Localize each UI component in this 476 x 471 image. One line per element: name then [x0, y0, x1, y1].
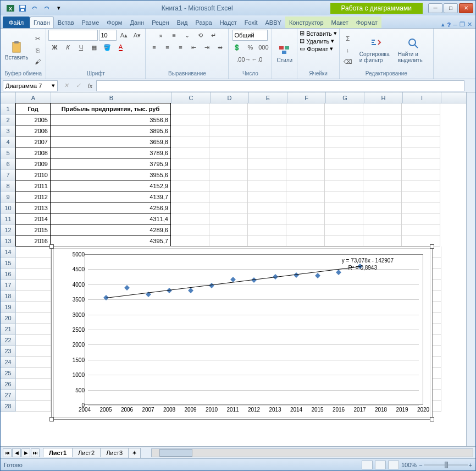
cell[interactable]	[402, 147, 440, 158]
cell[interactable]	[325, 147, 363, 158]
cell[interactable]	[209, 169, 248, 180]
rowhead[interactable]: 3	[1, 125, 16, 136]
cell[interactable]	[248, 236, 286, 247]
view-normal-icon[interactable]	[362, 461, 373, 469]
cell[interactable]	[363, 191, 402, 202]
insert-cells-button[interactable]: ⊞Вставить ▾	[300, 30, 337, 37]
hscroll-thumb[interactable]	[159, 449, 192, 457]
cell[interactable]: 2016	[15, 235, 51, 247]
cell[interactable]: Прибыль предприятия, тыс. руб	[50, 103, 171, 114]
cell[interactable]	[325, 136, 363, 147]
cell[interactable]	[402, 180, 440, 191]
rowhead[interactable]: 12	[1, 224, 16, 236]
select-all-corner[interactable]	[1, 92, 16, 103]
name-box[interactable]: Диаграмма 7▾	[3, 80, 58, 91]
cell[interactable]	[402, 136, 440, 147]
tab-addins[interactable]: Надст	[216, 17, 241, 28]
vertical-scrollbar[interactable]	[466, 92, 475, 446]
cell[interactable]	[16, 335, 51, 346]
horizontal-scrollbar[interactable]	[151, 448, 473, 457]
cell[interactable]	[16, 346, 51, 357]
tab-file[interactable]: Файл	[3, 17, 30, 28]
rowhead[interactable]: 10	[1, 202, 16, 213]
tab-chart-format[interactable]: Формат	[352, 17, 381, 28]
cell[interactable]: 4289,6	[50, 224, 171, 236]
colhead-E[interactable]: E	[249, 92, 287, 103]
cell[interactable]	[171, 158, 209, 169]
rowhead[interactable]: 8	[1, 180, 16, 191]
increase-font-icon[interactable]: A▴	[118, 30, 130, 41]
cell[interactable]	[325, 158, 363, 169]
paste-button[interactable]: Вставить	[3, 39, 30, 62]
cell[interactable]	[248, 147, 286, 158]
cell[interactable]	[402, 114, 440, 125]
cell[interactable]	[16, 390, 51, 401]
align-top-icon[interactable]: ⌅	[154, 30, 167, 41]
cell[interactable]	[171, 114, 209, 125]
cell[interactable]	[402, 125, 440, 136]
format-cells-button[interactable]: ▭Формат ▾	[300, 45, 337, 52]
minimize-button[interactable]: ─	[428, 3, 442, 13]
zoom-in-icon[interactable]: +	[469, 462, 472, 468]
cell[interactable]: 2015	[15, 224, 51, 236]
tab-page-layout[interactable]: Разме	[78, 17, 103, 28]
cell[interactable]: 2011	[15, 180, 51, 191]
cell[interactable]	[286, 169, 325, 180]
rowhead[interactable]: 5	[1, 147, 16, 158]
cell[interactable]	[16, 357, 51, 368]
cell[interactable]: 2009	[15, 158, 51, 169]
cell[interactable]	[325, 224, 363, 236]
sheet-tab-3[interactable]: Лист3	[100, 448, 129, 457]
excel-icon[interactable]: X	[5, 3, 16, 14]
cell[interactable]	[402, 169, 440, 180]
spreadsheet-grid[interactable]: A B C D E F G H I 1ГодПрибыль предприяти…	[1, 92, 475, 446]
tab-data[interactable]: Данн	[126, 17, 148, 28]
view-page-layout-icon[interactable]	[375, 461, 386, 469]
cell[interactable]	[325, 180, 363, 191]
cell[interactable]	[286, 213, 325, 224]
chart-handle-sw[interactable]	[49, 417, 54, 421]
cell[interactable]	[209, 224, 248, 236]
cell[interactable]	[286, 236, 325, 247]
tab-view[interactable]: Вид	[173, 17, 192, 28]
cell[interactable]	[248, 191, 286, 202]
cell[interactable]	[286, 125, 325, 136]
tab-formulas[interactable]: Форм	[103, 17, 126, 28]
undo-icon[interactable]	[29, 3, 40, 14]
cell[interactable]	[286, 114, 325, 125]
rowhead[interactable]: 23	[1, 346, 16, 357]
font-size-combo[interactable]: 10	[99, 30, 117, 41]
cell[interactable]	[286, 180, 325, 191]
cell[interactable]	[363, 202, 402, 213]
cell[interactable]	[325, 103, 363, 114]
cell[interactable]	[325, 125, 363, 136]
cell[interactable]	[248, 114, 286, 125]
cell[interactable]	[16, 313, 51, 324]
cell[interactable]: 2008	[15, 147, 51, 158]
cell[interactable]	[363, 114, 402, 125]
cell[interactable]	[171, 136, 209, 147]
cell[interactable]	[16, 258, 51, 269]
cell[interactable]	[16, 368, 51, 379]
enter-formula-icon[interactable]: ✓	[72, 80, 84, 91]
sheet-nav-prev-icon[interactable]: ◀	[12, 448, 21, 457]
cell[interactable]	[248, 169, 286, 180]
cell[interactable]	[16, 302, 51, 313]
styles-button[interactable]: Стили	[274, 42, 295, 64]
sheet-nav-last-icon[interactable]: ⏭	[31, 448, 40, 457]
cell[interactable]	[363, 224, 402, 236]
cell[interactable]	[16, 291, 51, 302]
colhead-G[interactable]: G	[326, 92, 364, 103]
cell[interactable]: 4152,9	[50, 180, 171, 191]
cell[interactable]	[248, 224, 286, 236]
cell[interactable]	[248, 180, 286, 191]
cell[interactable]	[248, 125, 286, 136]
increase-indent-icon[interactable]: ⇥	[201, 42, 213, 53]
cell[interactable]	[16, 280, 51, 291]
mdi-minimize-icon[interactable]: ─	[453, 21, 457, 28]
colhead-D[interactable]: D	[211, 92, 249, 103]
fill-color-icon[interactable]: 🪣	[101, 42, 113, 53]
cell[interactable]	[402, 224, 440, 236]
chart-handle-nw[interactable]	[49, 244, 54, 249]
mdi-close-icon[interactable]: ✕	[467, 21, 472, 28]
